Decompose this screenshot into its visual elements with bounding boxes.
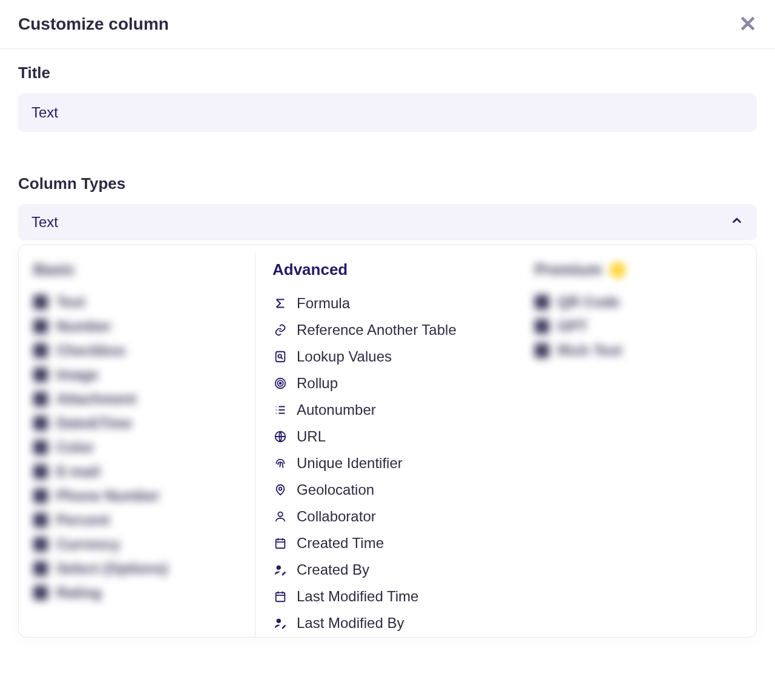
type-text[interactable]: Text [33,290,240,314]
fingerprint-icon [272,455,288,471]
type-qrcode[interactable]: QR Code [535,290,742,314]
column-types-select[interactable]: Text [18,204,757,240]
svg-point-11 [277,619,281,623]
svg-point-6 [279,487,282,490]
type-phone[interactable]: Phone Number [33,484,240,508]
type-checkbox[interactable]: Checkbox [33,338,240,363]
type-collaborator[interactable]: Collaborator [272,503,504,530]
phone-icon [33,489,48,503]
type-rollup[interactable]: Rollup [272,370,504,397]
image-icon [33,368,48,382]
type-email[interactable]: E-mail [33,460,240,484]
type-percent[interactable]: Percent [33,508,240,532]
type-created-by[interactable]: Created By [272,556,504,583]
customize-column-modal: Customize column ✕ Title Column Types Te… [0,0,775,700]
type-autonumber[interactable]: Autonumber [272,397,504,423]
currency-icon [33,537,48,552]
lookup-icon [272,349,288,365]
modal-title: Customize column [18,15,169,34]
percent-icon [33,513,48,527]
type-unique-id[interactable]: Unique Identifier [272,450,504,477]
column-types-value: Text [31,214,58,231]
svg-rect-10 [276,593,285,602]
svg-rect-8 [276,540,285,549]
user-edit-icon [272,615,288,631]
text-icon [33,295,48,309]
title-input[interactable] [18,93,757,132]
basic-heading: Basic [33,260,240,279]
type-image[interactable]: Image [33,363,240,387]
svg-rect-0 [276,352,285,362]
advanced-heading: Advanced [272,260,504,279]
gpt-icon [535,319,549,334]
advanced-column: Advanced Formula Reference Another Table… [255,253,512,637]
qrcode-icon [535,295,549,309]
attachment-icon [33,392,48,406]
type-geolocation[interactable]: Geolocation [272,477,504,503]
type-reference[interactable]: Reference Another Table [272,317,504,343]
premium-column: Premium QR Code GPT Rich Text [512,253,756,637]
type-attachment[interactable]: Attachment [33,387,240,411]
user-edit-icon [272,562,288,578]
calendar-icon [272,535,288,551]
type-modified-time[interactable]: Last Modified Time [272,583,504,610]
close-icon[interactable]: ✕ [739,13,757,35]
svg-point-1 [278,354,282,358]
svg-point-4 [280,383,282,385]
pin-icon [272,482,288,498]
basic-column: Basic Text Number Checkbox Image Attachm… [19,253,255,637]
color-icon [33,440,48,455]
email-icon [33,464,48,479]
user-icon [272,509,288,524]
select-icon [33,561,48,576]
modal-header: Customize column ✕ [0,0,775,49]
chevron-up-icon [730,214,744,231]
type-rating[interactable]: Rating [33,581,240,605]
datetime-icon [33,416,48,431]
premium-star-icon [609,262,626,279]
type-url[interactable]: URL [272,423,504,450]
richtext-icon [535,343,549,358]
type-modified-by[interactable]: Last Modified By [272,610,504,636]
svg-point-7 [278,512,282,517]
type-number[interactable]: Number [33,314,240,338]
type-created-time[interactable]: Created Time [272,530,504,556]
rating-icon [33,586,48,600]
sigma-icon [272,296,288,311]
type-currency[interactable]: Currency [33,532,240,556]
type-lookup[interactable]: Lookup Values [272,343,504,370]
type-formula[interactable]: Formula [272,290,504,317]
modal-body: Title Column Types Text Basic Text Numbe… [0,49,775,638]
globe-icon [272,429,288,444]
rollup-icon [272,375,288,391]
type-richtext[interactable]: Rich Text [535,338,742,363]
column-types-label: Column Types [18,174,757,193]
autonumber-icon [272,402,288,418]
column-types-dropdown: Basic Text Number Checkbox Image Attachm… [18,244,757,638]
type-gpt[interactable]: GPT [535,314,742,338]
link-icon [272,322,288,338]
number-icon [33,319,48,334]
checkbox-icon [33,343,48,358]
title-label: Title [18,64,757,82]
premium-heading: Premium [535,260,602,279]
svg-point-9 [277,566,281,570]
calendar-icon [272,589,288,604]
type-color[interactable]: Color [33,435,240,460]
type-datetime[interactable]: Date&Time [33,411,240,435]
type-select[interactable]: Select (Options) [33,556,240,581]
